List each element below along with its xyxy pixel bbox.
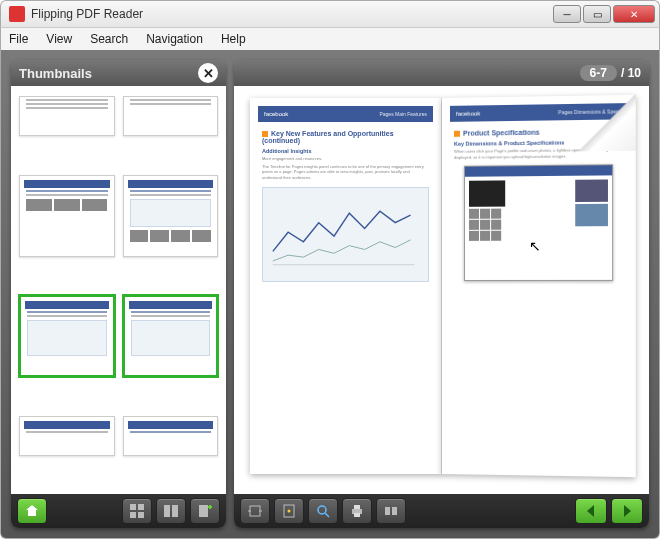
svg-rect-2 bbox=[130, 512, 136, 518]
fit-page-button[interactable] bbox=[274, 498, 304, 524]
page-left-text: More engagement and resources. bbox=[262, 156, 429, 162]
menu-search[interactable]: Search bbox=[90, 32, 128, 46]
svg-line-12 bbox=[325, 513, 329, 517]
thumbnails-panel: Thumbnails ✕ bbox=[11, 60, 226, 528]
zoom-icon bbox=[315, 503, 331, 519]
page-left-header: facebookPages Main Features bbox=[258, 106, 433, 122]
svg-rect-3 bbox=[138, 512, 144, 518]
reader-body[interactable]: facebookPages Main Features Key New Feat… bbox=[234, 86, 649, 494]
rotate-button[interactable] bbox=[376, 498, 406, 524]
add-bookmark-button[interactable] bbox=[190, 498, 220, 524]
facing-icon bbox=[163, 503, 179, 519]
client-area: Thumbnails ✕ bbox=[0, 50, 660, 539]
svg-rect-4 bbox=[164, 505, 170, 517]
titlebar: Flipping PDF Reader ─ ▭ ✕ bbox=[0, 0, 660, 28]
fit-page-icon bbox=[281, 503, 297, 519]
line-chart-icon bbox=[269, 194, 422, 271]
minimize-button[interactable]: ─ bbox=[553, 5, 581, 23]
fit-width-icon bbox=[247, 503, 263, 519]
thumbnail-selected[interactable] bbox=[123, 295, 219, 377]
menu-file[interactable]: File bbox=[9, 32, 28, 46]
close-button[interactable]: ✕ bbox=[613, 5, 655, 23]
window-title: Flipping PDF Reader bbox=[31, 7, 553, 21]
reader-header: 6-7 / 10 bbox=[234, 60, 649, 86]
fit-width-button[interactable] bbox=[240, 498, 270, 524]
svg-rect-15 bbox=[354, 513, 360, 517]
menu-help[interactable]: Help bbox=[221, 32, 246, 46]
page-indicator[interactable]: 6-7 bbox=[580, 65, 617, 81]
page-curl-icon[interactable] bbox=[579, 95, 635, 152]
svg-rect-6 bbox=[199, 505, 208, 517]
thumbnail[interactable] bbox=[19, 416, 115, 456]
svg-rect-0 bbox=[130, 504, 136, 510]
thumbnails-footer bbox=[11, 494, 226, 528]
thumbnail[interactable] bbox=[123, 96, 219, 136]
svg-rect-16 bbox=[385, 507, 390, 515]
home-button[interactable] bbox=[17, 498, 47, 524]
arrow-left-icon bbox=[583, 503, 599, 519]
thumbnail-selected[interactable] bbox=[19, 295, 115, 377]
page-left-title: Key New Features and Opportunities (cont… bbox=[262, 130, 429, 144]
page-left-chart bbox=[262, 187, 429, 282]
app-icon bbox=[9, 6, 25, 22]
svg-rect-5 bbox=[172, 505, 178, 517]
page-right[interactable]: facebookPages Dimensions & Specs Product… bbox=[442, 95, 636, 477]
thumbnail[interactable] bbox=[19, 96, 115, 136]
thumbnail[interactable] bbox=[19, 175, 115, 257]
menu-view[interactable]: View bbox=[46, 32, 72, 46]
close-icon: ✕ bbox=[203, 66, 214, 81]
menu-navigation[interactable]: Navigation bbox=[146, 32, 203, 46]
bookmark-plus-icon bbox=[197, 503, 213, 519]
print-button[interactable] bbox=[342, 498, 372, 524]
svg-rect-1 bbox=[138, 504, 144, 510]
next-page-button[interactable] bbox=[611, 498, 643, 524]
page-right-screenshot bbox=[464, 165, 613, 282]
prev-page-button[interactable] bbox=[575, 498, 607, 524]
window-controls: ─ ▭ ✕ bbox=[553, 5, 655, 23]
page-left-subtitle: Additional Insights bbox=[262, 148, 429, 154]
arrow-right-icon bbox=[619, 503, 635, 519]
svg-rect-17 bbox=[392, 507, 397, 515]
reader-footer bbox=[234, 494, 649, 528]
page-total: / 10 bbox=[621, 66, 641, 80]
page-left[interactable]: facebookPages Main Features Key New Feat… bbox=[250, 98, 442, 474]
menubar: File View Search Navigation Help bbox=[0, 28, 660, 50]
home-icon bbox=[24, 503, 40, 519]
thumbnail[interactable] bbox=[123, 416, 219, 456]
page-spread: facebookPages Main Features Key New Feat… bbox=[250, 98, 633, 474]
maximize-button[interactable]: ▭ bbox=[583, 5, 611, 23]
svg-point-10 bbox=[288, 510, 291, 513]
thumbnails-title: Thumbnails bbox=[19, 66, 92, 81]
thumbnails-body bbox=[11, 86, 226, 494]
svg-point-11 bbox=[318, 506, 326, 514]
svg-rect-8 bbox=[250, 506, 260, 516]
svg-rect-14 bbox=[354, 505, 360, 509]
facing-pages-button[interactable] bbox=[156, 498, 186, 524]
reader-panel: 6-7 / 10 facebookPages Main Features Key… bbox=[234, 60, 649, 528]
thumbnails-header: Thumbnails ✕ bbox=[11, 60, 226, 86]
print-icon bbox=[349, 503, 365, 519]
grid-icon bbox=[129, 503, 145, 519]
page-left-text: The Timeline for Pages insights panel co… bbox=[262, 164, 429, 181]
thumbnail-grid[interactable] bbox=[11, 86, 226, 494]
thumb-grid-button[interactable] bbox=[122, 498, 152, 524]
thumbnails-close-button[interactable]: ✕ bbox=[198, 63, 218, 83]
rotate-icon bbox=[383, 503, 399, 519]
thumbnail[interactable] bbox=[123, 175, 219, 257]
zoom-button[interactable] bbox=[308, 498, 338, 524]
